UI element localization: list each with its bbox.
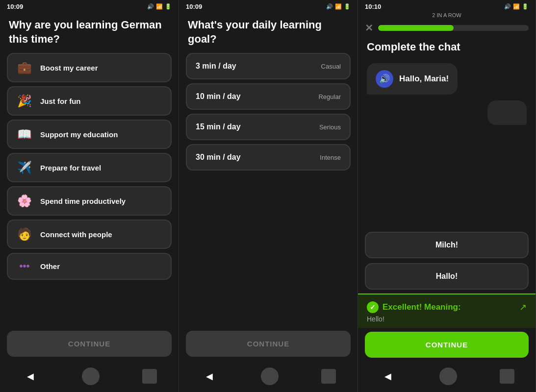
- close-button[interactable]: ✕: [365, 22, 373, 34]
- option-connect[interactable]: 🧑 Connect with people: [7, 220, 172, 249]
- back-button-1[interactable]: ◀: [22, 368, 39, 385]
- recents-button-2[interactable]: [321, 369, 336, 384]
- option-travel-label: Prepare for travel: [40, 164, 101, 172]
- volume-icon-3: 🔊: [504, 3, 511, 10]
- recents-button-3[interactable]: [500, 369, 514, 384]
- goal-3min[interactable]: 3 min / day Casual: [186, 53, 351, 79]
- option-productive[interactable]: 🌸 Spend time productively: [7, 186, 172, 216]
- signal-icon-2: 📶: [335, 3, 342, 10]
- goal-10min-label: 10 min / day: [196, 92, 241, 101]
- reasons-list: 💼 Boost my career 🎉 Just for fun 📖 Suppo…: [0, 51, 179, 326]
- home-button-1[interactable]: [82, 368, 100, 385]
- streak-label: 2 IN A ROW: [358, 12, 536, 19]
- panel1-title: Why are you learning German this time?: [0, 12, 179, 51]
- travel-icon: ✈️: [16, 161, 33, 174]
- goal-30min-label: 30 min / day: [196, 153, 241, 162]
- battery-icon-3: 🔋: [522, 3, 529, 10]
- share-icon[interactable]: ↗: [519, 302, 527, 313]
- goal-10min[interactable]: 10 min / day Regular: [186, 83, 351, 110]
- goal-3min-label: 3 min / day: [196, 62, 236, 71]
- status-icons-3: 🔊 📶 🔋: [504, 3, 529, 10]
- option-education[interactable]: 📖 Support my education: [7, 120, 172, 149]
- continue-button-2[interactable]: CONTINUE: [186, 331, 351, 357]
- option-fun[interactable]: 🎉 Just for fun: [7, 86, 172, 116]
- education-icon: 📖: [16, 127, 33, 141]
- result-label: ✓ Excellent! Meaning:: [367, 301, 461, 313]
- signal-icon: 📶: [156, 3, 163, 10]
- volume-icon: 🔊: [147, 3, 154, 10]
- back-button-2[interactable]: ◀: [201, 368, 218, 385]
- other-icon: •••: [16, 261, 33, 272]
- option-connect-label: Connect with people: [40, 230, 112, 239]
- goals-list: 3 min / day Casual 10 min / day Regular …: [179, 51, 357, 326]
- goal-3min-level: Casual: [321, 63, 341, 70]
- option-boost-career[interactable]: 💼 Boost my career: [7, 53, 172, 82]
- battery-icon-2: 🔋: [344, 3, 351, 10]
- answer-options-list: Milch! Hallo!: [358, 232, 536, 294]
- bot-message-bubble: 🔊 Hallo, Maria!: [367, 63, 458, 95]
- goal-10min-level: Regular: [318, 93, 341, 100]
- nav-bar-1: ◀: [0, 363, 179, 392]
- progress-bar-bg: [378, 25, 529, 31]
- check-icon: ✓: [367, 301, 379, 313]
- connect-icon: 🧑: [16, 227, 33, 241]
- home-button-2[interactable]: [261, 368, 279, 385]
- answer-hallo[interactable]: Hallo!: [365, 263, 529, 290]
- chat-area: 🔊 Hallo, Maria!: [358, 58, 536, 232]
- progress-wrap: ✕: [358, 19, 536, 38]
- result-translation: Hello!: [367, 315, 527, 323]
- option-fun-label: Just for fun: [40, 97, 81, 105]
- option-productive-label: Spend time productively: [40, 197, 126, 205]
- panel-learning-goal: 10:09 🔊 📶 🔋 What's your daily learning g…: [179, 0, 358, 392]
- result-header: ✓ Excellent! Meaning: ↗: [367, 301, 527, 313]
- career-icon: 💼: [16, 61, 33, 74]
- goal-30min-level: Intense: [320, 154, 341, 161]
- goal-15min-level: Serious: [319, 123, 341, 131]
- result-area: ✓ Excellent! Meaning: ↗ Hello!: [358, 294, 536, 328]
- battery-icon: 🔋: [165, 3, 172, 10]
- status-icons-1: 🔊 📶 🔋: [147, 3, 172, 10]
- chat-title: Complete the chat: [358, 38, 536, 58]
- nav-bar-2: ◀: [179, 363, 357, 392]
- continue-button-3[interactable]: CONTINUE: [365, 332, 529, 358]
- panel-complete-chat: 10:10 🔊 📶 🔋 2 IN A ROW ✕ Complete the ch…: [358, 0, 536, 392]
- option-other-label: Other: [40, 262, 60, 270]
- goal-30min[interactable]: 30 min / day Intense: [186, 144, 351, 171]
- user-response-bubble: [487, 100, 527, 125]
- answer-milch[interactable]: Milch!: [365, 232, 529, 258]
- speaker-icon[interactable]: 🔊: [376, 70, 393, 88]
- nav-bar-3: ◀: [358, 363, 536, 392]
- status-icons-2: 🔊 📶 🔋: [326, 3, 351, 10]
- panel-why-learning: 10:09 🔊 📶 🔋 Why are you learning German …: [0, 0, 179, 392]
- home-button-3[interactable]: [439, 368, 457, 385]
- volume-icon-2: 🔊: [326, 3, 333, 10]
- progress-bar-fill: [378, 25, 454, 31]
- time-2: 10:09: [186, 3, 202, 10]
- time-3: 10:10: [365, 3, 381, 10]
- goal-15min-label: 15 min / day: [196, 122, 241, 131]
- productive-icon: 🌸: [16, 194, 33, 208]
- bot-message-text: Hallo, Maria!: [399, 74, 449, 84]
- status-bar-3: 10:10 🔊 📶 🔋: [358, 0, 536, 12]
- continue-button-1[interactable]: CONTINUE: [7, 331, 172, 357]
- back-button-3[interactable]: ◀: [379, 368, 397, 385]
- option-education-label: Support my education: [40, 130, 118, 139]
- result-text: Excellent! Meaning:: [383, 302, 461, 312]
- option-other[interactable]: ••• Other: [7, 253, 172, 280]
- status-bar-1: 10:09 🔊 📶 🔋: [0, 0, 179, 12]
- panel2-title: What's your daily learning goal?: [179, 12, 357, 51]
- option-boost-career-label: Boost my career: [40, 64, 98, 72]
- goal-15min[interactable]: 15 min / day Serious: [186, 114, 351, 140]
- fun-icon: 🎉: [16, 94, 33, 108]
- recents-button-1[interactable]: [142, 369, 157, 384]
- signal-icon-3: 📶: [513, 3, 520, 10]
- status-bar-2: 10:09 🔊 📶 🔋: [179, 0, 357, 12]
- time-1: 10:09: [7, 3, 23, 10]
- option-travel[interactable]: ✈️ Prepare for travel: [7, 153, 172, 182]
